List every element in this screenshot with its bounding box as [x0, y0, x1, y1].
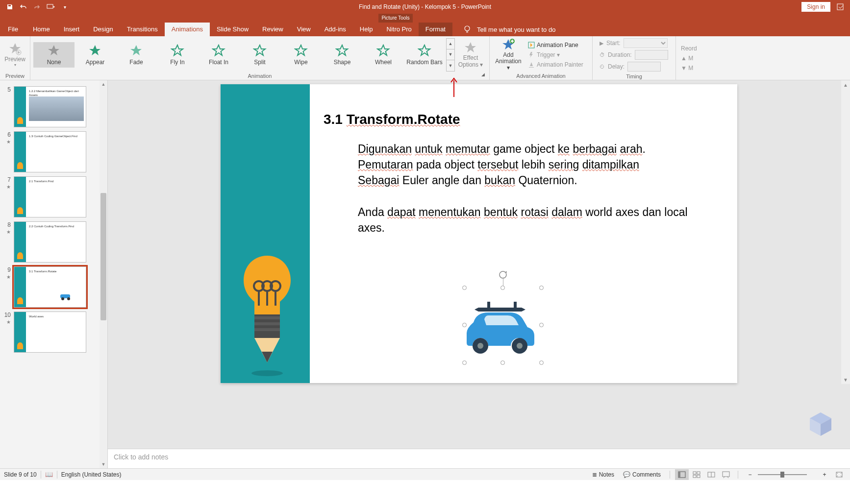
animation-star-icon: ★ [6, 274, 11, 280]
animation-star-icon: ★ [6, 229, 11, 235]
selected-picture-car[interactable] [465, 288, 541, 362]
thumbnail-slide-6[interactable]: 1.3 Contoh Coding GameObject.Find [14, 131, 86, 172]
tab-animations[interactable]: Animations [165, 23, 210, 36]
scroll-up-icon[interactable]: ▲ [100, 80, 107, 88]
qat-more-icon[interactable]: ▾ [59, 1, 71, 13]
animation-split[interactable]: Split [239, 42, 280, 68]
tab-insert[interactable]: Insert [57, 23, 87, 36]
thumbnail-slide-10[interactable]: World axes [14, 312, 86, 353]
preview-button[interactable]: Preview ▾ [3, 42, 27, 67]
delay-label: Delay: [608, 63, 625, 70]
group-label-advanced: Advanced Animation [490, 73, 592, 80]
animation-none[interactable]: None [33, 42, 75, 68]
resize-handle[interactable] [462, 323, 467, 327]
zoom-out-button[interactable]: − [743, 469, 757, 480]
svg-rect-17 [254, 328, 280, 331]
slide-body-text[interactable]: Digunakan untuk memutar game object ke b… [358, 141, 708, 236]
animation-shape[interactable]: Shape [322, 42, 363, 68]
animation-random-bars[interactable]: Random Bars [404, 42, 445, 68]
gallery-down-icon[interactable]: ▼ [447, 49, 454, 60]
scroll-down-icon[interactable]: ▼ [841, 375, 850, 384]
animation-pane-button[interactable]: Animation Pane [528, 42, 583, 48]
gallery-up-icon[interactable]: ▲ [447, 39, 454, 49]
thumbnail-slide-7[interactable]: 2.1 Transform.Find [14, 176, 86, 217]
animation-dialog-launcher-icon[interactable]: ◢ [481, 72, 488, 79]
reorder-label: Reord [681, 45, 697, 52]
resize-handle[interactable] [500, 360, 505, 365]
reading-view-icon[interactable] [704, 469, 718, 480]
comments-toggle[interactable]: 💬 Comments [619, 471, 665, 478]
start-from-beginning-icon[interactable] [45, 1, 57, 13]
animation-wheel[interactable]: Wheel [363, 42, 404, 68]
thumb-number: 10 [4, 312, 11, 318]
slideshow-view-icon[interactable] [719, 469, 733, 480]
tab-home[interactable]: Home [26, 23, 57, 36]
tell-me-search[interactable]: Tell me what you want to do [462, 23, 555, 36]
animation-wipe[interactable]: Wipe [280, 42, 322, 68]
tab-review[interactable]: Review [255, 23, 290, 36]
resize-handle[interactable] [539, 286, 544, 290]
resize-handle[interactable] [500, 286, 505, 290]
resize-handle[interactable] [462, 286, 467, 290]
resize-handle[interactable] [539, 323, 544, 327]
thumbnail-slide-8[interactable]: 2.2 Contoh Coding Transform.Find [14, 221, 86, 263]
tab-addins[interactable]: Add-ins [318, 23, 353, 36]
sign-in-button[interactable]: Sign in [801, 2, 830, 12]
start-select[interactable] [624, 38, 668, 48]
zoom-slider[interactable] [758, 470, 817, 480]
notes-toggle[interactable]: ≣ Notes [588, 471, 618, 478]
watermark-icon [806, 409, 835, 439]
thumbnail-slide-5[interactable]: 1.2.2 Menambahkan GameObject dari Assets [14, 86, 86, 127]
tab-view[interactable]: View [290, 23, 318, 36]
svg-rect-29 [693, 475, 696, 478]
canvas-scrollbar[interactable]: ▲ ▼ [841, 80, 850, 384]
duration-row: ⏱Duration: [600, 50, 668, 60]
language-label[interactable]: English (United States) [61, 471, 122, 478]
resize-handle[interactable] [462, 360, 467, 365]
tab-slideshow[interactable]: Slide Show [210, 23, 255, 36]
scroll-down-icon[interactable]: ▼ [100, 460, 107, 468]
slide-title[interactable]: 3.1 Transform.Rotate [324, 112, 460, 127]
star-green-icon [418, 44, 431, 58]
gallery-more-icon[interactable]: ▼ [447, 60, 454, 71]
notes-placeholder: Click to add notes [114, 453, 168, 461]
slide-sorter-view-icon[interactable] [690, 469, 703, 480]
tab-design[interactable]: Design [86, 23, 120, 36]
animation-fly-in[interactable]: Fly In [157, 42, 198, 68]
slide-main[interactable]: 3.1 Transform.Rotate Digunakan untuk mem… [221, 84, 737, 383]
animation-painter-button: Animation Painter [528, 61, 583, 68]
ribbon-display-options-icon[interactable] [834, 1, 846, 13]
scroll-up-icon[interactable]: ▲ [841, 80, 850, 89]
add-animation-button[interactable]: Add Animation ▾ [493, 37, 524, 72]
duration-input[interactable] [635, 50, 668, 60]
tab-nitro[interactable]: Nitro Pro [380, 23, 419, 36]
redo-icon[interactable] [31, 1, 43, 13]
resize-handle[interactable] [539, 360, 544, 365]
undo-icon[interactable] [18, 1, 29, 13]
notes-pane[interactable]: Click to add notes [108, 449, 850, 468]
normal-view-icon[interactable] [675, 469, 689, 480]
tab-format[interactable]: Format [419, 23, 452, 36]
gallery-scroll: ▲ ▼ ▼ [446, 38, 455, 72]
main-area: 5 1.2.2 Menambahkan GameObject dari Asse… [0, 80, 850, 468]
scroll-thumb[interactable] [100, 193, 106, 320]
fit-to-window-icon[interactable] [832, 469, 846, 480]
pane-icon [528, 42, 535, 48]
tab-transitions[interactable]: Transitions [120, 23, 165, 36]
save-icon[interactable] [4, 1, 16, 13]
spell-check-icon[interactable]: 📖 [45, 471, 53, 478]
animation-float-in[interactable]: Float In [198, 42, 239, 68]
delay-input[interactable] [627, 62, 661, 72]
svg-rect-28 [697, 472, 700, 474]
thumbnail-slide-9[interactable]: 3.1 Transform.Rotate [14, 266, 86, 308]
zoom-in-button[interactable]: + [818, 469, 831, 480]
star-green-icon [88, 44, 102, 58]
animation-appear[interactable]: Appear [75, 42, 116, 68]
tab-help[interactable]: Help [353, 23, 380, 36]
thumbnails-scrollbar[interactable]: ▲ ▼ [100, 80, 107, 468]
tab-file[interactable]: File [0, 23, 26, 36]
slide-position-label[interactable]: Slide 9 of 10 [4, 471, 37, 478]
thumb-number: 5 [7, 86, 11, 93]
animation-fade[interactable]: Fade [116, 42, 157, 68]
thumb-number: 7 [7, 176, 11, 183]
